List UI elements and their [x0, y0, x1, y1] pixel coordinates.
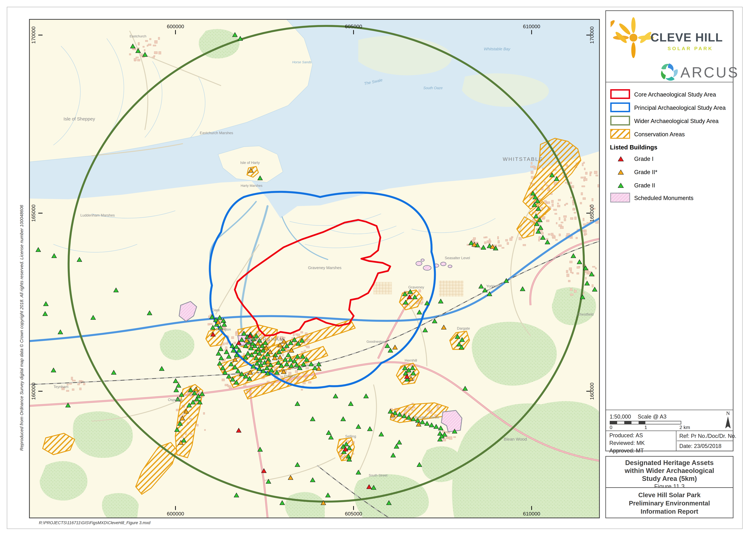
- info-date-cell: Date: 23/05/2018: [677, 441, 733, 451]
- orchard: [374, 282, 392, 294]
- building: [484, 242, 486, 244]
- building: [134, 58, 136, 61]
- building: [592, 266, 595, 268]
- building: [555, 239, 557, 240]
- scheduled-monument: [440, 262, 446, 266]
- place-label: Boughton Street: [415, 415, 439, 419]
- building: [148, 44, 151, 45]
- report-line3: Information Report: [606, 507, 733, 516]
- building: [70, 383, 72, 384]
- scheduled-monument: [421, 259, 424, 261]
- building: [553, 209, 557, 211]
- building: [573, 208, 574, 211]
- place-label: Hernhill: [405, 358, 417, 362]
- building: [144, 49, 145, 51]
- building: [592, 198, 593, 201]
- building: [420, 303, 422, 304]
- report-line1: Cleve Hill Solar Park: [606, 491, 733, 499]
- building: [557, 203, 559, 204]
- building: [203, 412, 205, 414]
- building: [507, 242, 509, 245]
- place-label: Isle of Harty: [240, 160, 260, 165]
- building: [303, 382, 305, 384]
- building: [573, 203, 574, 205]
- building: [566, 203, 568, 205]
- building: [223, 343, 225, 345]
- info-section: Produced: AS Reviewed: MK Approved: MT R…: [606, 431, 733, 451]
- building: [143, 46, 144, 47]
- building: [576, 237, 578, 239]
- building: [566, 270, 568, 273]
- building: [306, 363, 309, 365]
- grid-label-top: 600000: [167, 23, 184, 29]
- building: [558, 199, 561, 201]
- building: [510, 238, 512, 241]
- arcus-wordmark: ARCUS: [680, 64, 739, 81]
- scheduled-monument: [448, 265, 452, 268]
- building: [71, 377, 73, 380]
- cleve-hill-wordmark: CLEVE HILL: [651, 31, 723, 44]
- building: [590, 173, 591, 176]
- building: [154, 55, 155, 57]
- legend-label: Core Archaeological Study Area: [634, 91, 716, 98]
- map-content: Isle of SheppeyEastchurch MarshesEastchu…: [29, 19, 600, 518]
- building: [306, 346, 310, 348]
- building: [552, 204, 553, 207]
- building: [519, 237, 522, 240]
- orchard: [439, 281, 463, 296]
- building: [577, 267, 579, 268]
- building: [574, 212, 576, 213]
- legend-row-grade2: Grade II: [606, 180, 733, 191]
- building: [570, 288, 572, 291]
- building: [556, 222, 557, 224]
- place-label: Isle of Sheppey: [64, 116, 95, 121]
- report-line2: Preliminary Environmental: [606, 499, 733, 507]
- logo-box: CLEVE HILL SOLAR PARK ARCUS: [606, 11, 733, 82]
- building: [569, 268, 572, 270]
- figure-title-line2: within Wider Archaeological: [606, 467, 733, 475]
- building: [80, 381, 83, 382]
- building: [533, 166, 535, 168]
- legend-row-wider: Wider Archaeological Study Area: [606, 116, 733, 127]
- building: [154, 41, 157, 43]
- building: [583, 218, 584, 221]
- building: [574, 290, 576, 293]
- legend-label: Grade I: [634, 156, 654, 162]
- building: [498, 245, 501, 247]
- building: [145, 40, 148, 42]
- svg-text:N: N: [726, 410, 730, 416]
- place-label: Eastchurch: [129, 34, 146, 38]
- building: [531, 166, 533, 168]
- place-label: Oare: [211, 308, 220, 312]
- building: [531, 162, 532, 164]
- place-label: Yorkletts: [486, 284, 500, 288]
- building: [136, 57, 138, 58]
- building: [564, 218, 566, 221]
- grid-label-bottom: 600000: [167, 511, 184, 517]
- building: [541, 232, 544, 235]
- building: [295, 371, 298, 373]
- conservation-areas-swatch-icon: [610, 129, 630, 139]
- building: [158, 51, 161, 54]
- mxd-file-path: R:\PROJECTS\116711\GIS\FigsMXD\CleveHill…: [39, 521, 151, 525]
- place-label: Preston: [284, 374, 297, 378]
- figure-title-box: Designated Heritage Assets within Wider …: [605, 456, 734, 488]
- building: [594, 171, 597, 174]
- building: [565, 182, 567, 183]
- building: [83, 383, 85, 385]
- building: [538, 239, 540, 241]
- legend-label: Grade II: [634, 182, 655, 189]
- building: [222, 379, 225, 381]
- place-label: Graveney Marshes: [308, 266, 342, 270]
- building: [487, 240, 489, 243]
- building: [571, 197, 572, 198]
- place-label: South Oaze: [423, 86, 443, 90]
- building: [445, 432, 447, 433]
- legend-label: Principal Archaeological Study Area: [634, 104, 726, 111]
- building: [583, 197, 586, 200]
- building: [574, 217, 576, 220]
- building: [576, 273, 579, 274]
- building: [498, 240, 500, 243]
- building: [472, 239, 475, 242]
- building: [176, 409, 179, 411]
